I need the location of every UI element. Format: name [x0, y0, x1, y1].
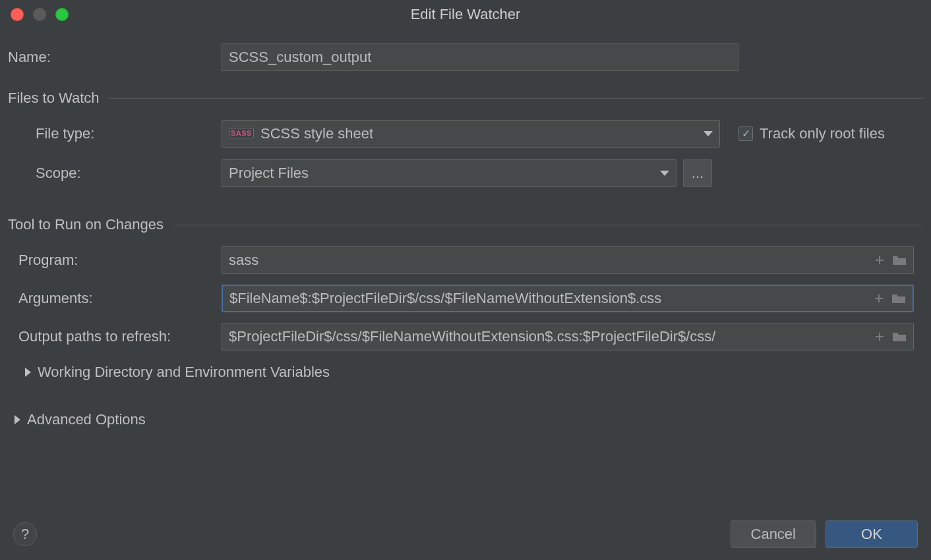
- ellipsis-icon: ...: [692, 165, 704, 182]
- browse-folder-icon[interactable]: [891, 293, 906, 304]
- arguments-value: $FileName$:$ProjectFileDir$/css/$FileNam…: [229, 290, 869, 307]
- help-icon: ?: [21, 526, 29, 543]
- dialog-footer: ? Cancel OK: [0, 513, 931, 560]
- name-label: Name:: [8, 49, 222, 66]
- working-dir-label: Working Directory and Environment Variab…: [38, 364, 330, 381]
- divider: [109, 98, 923, 99]
- window-controls: [11, 8, 69, 21]
- insert-macro-icon[interactable]: [874, 254, 886, 266]
- titlebar: Edit File Watcher: [0, 0, 931, 29]
- chevron-down-icon: [660, 171, 669, 176]
- section-tool-to-run: Tool to Run on Changes: [8, 216, 923, 233]
- scope-label: Scope:: [8, 165, 222, 182]
- sass-icon: SASS: [229, 128, 254, 138]
- browse-folder-icon[interactable]: [892, 254, 907, 266]
- chevron-down-icon: [704, 131, 713, 136]
- scope-value: Project Files: [229, 165, 309, 182]
- arguments-input[interactable]: $FileName$:$ProjectFileDir$/css/$FileNam…: [222, 285, 914, 312]
- program-value: sass: [229, 252, 870, 269]
- insert-macro-icon[interactable]: [873, 293, 885, 304]
- track-root-checkbox[interactable]: ✓: [738, 126, 753, 141]
- ok-button-label: OK: [861, 526, 882, 543]
- section-files-to-watch: Files to Watch: [8, 90, 923, 107]
- advanced-options-expander[interactable]: Advanced Options: [8, 411, 923, 428]
- scope-select[interactable]: Project Files: [222, 159, 676, 187]
- advanced-options-label: Advanced Options: [27, 411, 146, 428]
- name-input[interactable]: SCSS_custom_output: [222, 43, 738, 71]
- expand-triangle-icon: [25, 368, 31, 377]
- insert-macro-icon[interactable]: [874, 331, 886, 343]
- divider: [173, 225, 923, 225]
- section-files-to-watch-label: Files to Watch: [8, 90, 100, 107]
- scope-browse-button[interactable]: ...: [683, 159, 712, 187]
- name-input-value: SCSS_custom_output: [229, 49, 371, 66]
- file-type-value: SCSS style sheet: [260, 125, 373, 142]
- program-input[interactable]: sass: [222, 246, 914, 274]
- cancel-button-label: Cancel: [751, 526, 796, 543]
- track-root-label: Track only root files: [760, 125, 885, 142]
- expand-triangle-icon: [15, 415, 20, 424]
- output-paths-input[interactable]: $ProjectFileDir$/css/$FileNameWithoutExt…: [222, 323, 914, 350]
- output-paths-value: $ProjectFileDir$/css/$FileNameWithoutExt…: [229, 328, 870, 345]
- arguments-label: Arguments:: [8, 290, 222, 307]
- browse-folder-icon[interactable]: [892, 331, 907, 343]
- help-button[interactable]: ?: [13, 522, 37, 546]
- maximize-window-button[interactable]: [55, 8, 69, 21]
- check-icon: ✓: [742, 128, 750, 139]
- window-title: Edit File Watcher: [0, 6, 931, 23]
- file-type-label: File type:: [8, 125, 222, 142]
- output-paths-label: Output paths to refresh:: [8, 328, 222, 345]
- track-root-checkbox-wrap[interactable]: ✓ Track only root files: [738, 125, 885, 142]
- program-label: Program:: [8, 252, 222, 269]
- ok-button[interactable]: OK: [826, 520, 918, 548]
- dialog-content: Name: SCSS_custom_output Files to Watch …: [0, 29, 931, 428]
- file-type-select[interactable]: SASS SCSS style sheet: [222, 120, 720, 148]
- close-window-button[interactable]: [11, 8, 24, 21]
- section-tool-to-run-label: Tool to Run on Changes: [8, 216, 164, 233]
- cancel-button[interactable]: Cancel: [731, 520, 816, 548]
- working-dir-expander[interactable]: Working Directory and Environment Variab…: [8, 364, 923, 381]
- minimize-window-button[interactable]: [33, 8, 46, 21]
